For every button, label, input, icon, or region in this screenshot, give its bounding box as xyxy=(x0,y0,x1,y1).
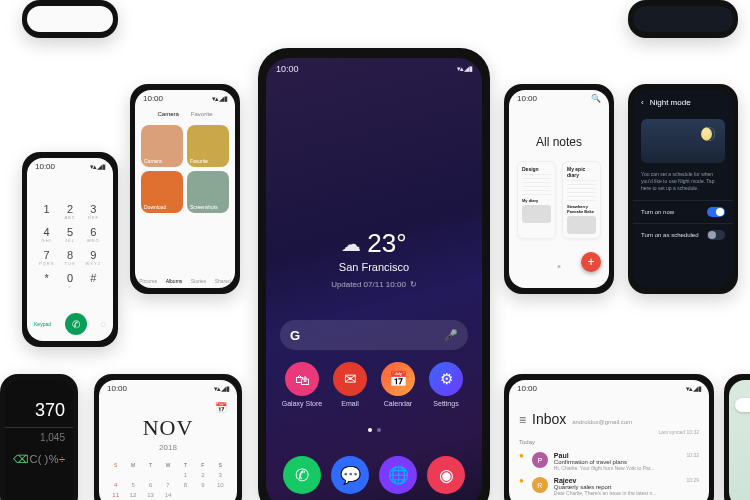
calendar-date xyxy=(159,472,176,478)
night-toggle-rows: Turn on nowTurn on as scheduled xyxy=(633,200,733,246)
gallery-tab[interactable]: Albums xyxy=(166,278,183,284)
refresh-icon[interactable]: ↻ xyxy=(410,280,417,289)
note-card[interactable]: My epic diaryStrawberry Pancake Bake xyxy=(562,161,601,239)
today-icon[interactable]: 📅 xyxy=(215,402,227,413)
calc-op[interactable]: ( ) xyxy=(38,453,48,466)
browser-icon[interactable]: 🌐 xyxy=(379,456,417,494)
calc-op[interactable]: ÷ xyxy=(59,453,65,466)
status-time: 10:00 xyxy=(35,162,55,171)
status-time: 10:00 xyxy=(276,64,299,74)
gallery-phone: 10:00▾▴ ◢ ▮ CameraFavorite CameraFavorit… xyxy=(130,84,240,294)
toggle-row[interactable]: Turn on as scheduled xyxy=(633,223,733,246)
calendar-date[interactable]: 1 xyxy=(177,472,194,478)
album-thumb[interactable]: Camera xyxy=(141,125,183,167)
dial-pad: 12ABC3DEF4GHI5JKL6MNO7PQRS8TUV9WXYZ*0+# xyxy=(27,175,113,289)
dial-key-2[interactable]: 2ABC xyxy=(58,203,81,220)
app-email[interactable]: ✉Email xyxy=(326,362,374,407)
inbox-phone: 10:00▾▴ ◢ ▮ ≡ Inbox androidux@gmail.com … xyxy=(504,374,714,500)
calendar-date xyxy=(142,472,159,478)
dial-key-3[interactable]: 3DEF xyxy=(82,203,105,220)
gallery-tab[interactable]: Stories xyxy=(191,278,207,284)
inbox-title: Inbox xyxy=(532,411,566,427)
status-icons: ▾▴ ◢ ▮ xyxy=(457,65,472,73)
gallery-tab[interactable]: Pictures xyxy=(139,278,157,284)
calc-op[interactable]: ⌫ xyxy=(13,453,29,466)
calendar-date[interactable]: 11 xyxy=(107,492,124,498)
dial-key-*[interactable]: * xyxy=(35,272,58,289)
temperature: 23° xyxy=(367,228,406,259)
add-note-button[interactable]: + xyxy=(581,252,601,272)
calendar-phone: 10:00▾▴ ◢ ▮ 📅 NOV 2018 SMTWTFS1234567891… xyxy=(94,374,242,500)
mic-icon[interactable]: 🎤 xyxy=(444,329,458,342)
menu-icon[interactable]: ≡ xyxy=(519,413,526,427)
dock: ✆💬🌐◉ xyxy=(278,456,470,494)
album-thumb[interactable]: Screenshots xyxy=(187,171,229,213)
call-button[interactable]: ✆ xyxy=(65,313,87,335)
phone-icon[interactable]: ✆ xyxy=(283,456,321,494)
dial-key-0[interactable]: 0+ xyxy=(58,272,81,289)
mail-item[interactable]: ●PPaulConfirmation of travel plansHi, Ch… xyxy=(509,449,709,474)
dialer-phone: 10:00▾▴ ◢ ▮ 12ABC3DEF4GHI5JKL6MNO7PQRS8T… xyxy=(22,152,118,347)
note-card[interactable]: DesignMy diary xyxy=(517,161,556,239)
album-thumb[interactable]: Download xyxy=(141,171,183,213)
mail-list: ●PPaulConfirmation of travel plansHi, Ch… xyxy=(509,449,709,499)
calendar-date[interactable]: 6 xyxy=(142,482,159,488)
calendar-date[interactable]: 9 xyxy=(194,482,211,488)
calculator-phone: 370 1,045 ⌫C( )%÷ xyxy=(0,374,78,500)
calc-op[interactable]: C xyxy=(29,453,37,466)
google-logo: G xyxy=(290,328,300,343)
calc-op[interactable]: % xyxy=(49,453,59,466)
dial-key-#[interactable]: # xyxy=(82,272,105,289)
home-screen-phone: 10:00▾▴ ◢ ▮ ☁23° San Francisco Updated 0… xyxy=(258,48,490,500)
calendar-date[interactable]: 13 xyxy=(142,492,159,498)
calendar-date[interactable]: 3 xyxy=(212,472,229,478)
dial-key-8[interactable]: 8TUV xyxy=(58,249,81,266)
dial-key-6[interactable]: 6MNO xyxy=(82,226,105,243)
calendar-date[interactable]: 7 xyxy=(159,482,176,488)
app-calendar[interactable]: 📅Calendar xyxy=(374,362,422,407)
mail-item[interactable]: ●RRajeevQuarterly sales reportDear Charl… xyxy=(509,474,709,499)
album-thumb[interactable]: Favorite xyxy=(187,125,229,167)
calendar-date[interactable]: 2 xyxy=(194,472,211,478)
calc-display: 370 xyxy=(5,380,73,427)
map-search-bar[interactable] xyxy=(735,398,750,412)
notes-phone: 10:00🔍 All notes DesignMy diaryMy epic d… xyxy=(504,84,614,294)
calendar-date[interactable]: 14 xyxy=(159,492,176,498)
app-settings[interactable]: ⚙Settings xyxy=(422,362,470,407)
calendar-month[interactable]: NOV xyxy=(99,415,237,441)
dial-key-4[interactable]: 4GHI xyxy=(35,226,58,243)
inbox-account[interactable]: androidux@gmail.com xyxy=(572,419,632,425)
weather-widget[interactable]: ☁23° San Francisco Updated 07/11 10:00↻ xyxy=(266,228,482,291)
calendar-date[interactable]: 5 xyxy=(124,482,141,488)
messages-icon[interactable]: 💬 xyxy=(331,456,369,494)
page-indicator[interactable] xyxy=(266,428,482,432)
camera-icon[interactable]: ◉ xyxy=(427,456,465,494)
keypad-label[interactable]: Keypad xyxy=(34,321,51,327)
gallery-tab[interactable]: Shared xyxy=(215,278,231,284)
page-title: Night mode xyxy=(650,98,691,107)
video-call-icon[interactable]: ▢ xyxy=(101,321,106,327)
back-icon[interactable]: ‹ xyxy=(641,98,644,107)
weather-icon: ☁ xyxy=(341,232,361,256)
calendar-date[interactable]: 8 xyxy=(177,482,194,488)
dial-key-7[interactable]: 7PQRS xyxy=(35,249,58,266)
app-grid: 🛍Galaxy Store✉Email📅Calendar⚙Settings xyxy=(278,362,470,407)
toggle-switch[interactable] xyxy=(707,230,725,240)
note-cards: DesignMy diaryMy epic diaryStrawberry Pa… xyxy=(509,161,609,239)
google-search-bar[interactable]: G 🎤 xyxy=(280,320,468,350)
dial-key-1[interactable]: 1 xyxy=(35,203,58,220)
calendar-date[interactable]: 12 xyxy=(124,492,141,498)
calc-subdisplay: 1,045 xyxy=(5,427,73,447)
gallery-tabs: PicturesAlbumsStoriesShared xyxy=(135,278,235,284)
app-galaxy-store[interactable]: 🛍Galaxy Store xyxy=(278,362,326,407)
status-icons: ▾▴ ◢ ▮ xyxy=(90,163,105,171)
search-icon[interactable]: 🔍 xyxy=(591,94,601,103)
toggle-row[interactable]: Turn on now xyxy=(633,200,733,223)
dial-key-5[interactable]: 5JKL xyxy=(58,226,81,243)
calendar-date[interactable]: 10 xyxy=(212,482,229,488)
toggle-switch[interactable] xyxy=(707,207,725,217)
calendar-date[interactable]: 4 xyxy=(107,482,124,488)
calendar-date xyxy=(107,472,124,478)
dial-key-9[interactable]: 9WXYZ xyxy=(82,249,105,266)
gallery-grid: CameraFavoriteDownloadScreenshots xyxy=(135,121,235,217)
